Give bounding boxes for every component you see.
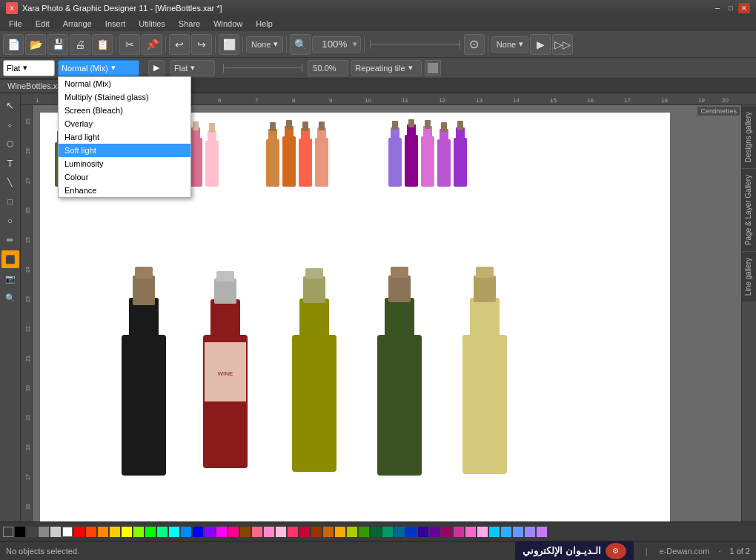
title-bar-controls[interactable]: ─ □ ✕ xyxy=(712,3,750,13)
blend-option-hardlight[interactable]: Hard light xyxy=(59,130,190,144)
snap-button[interactable]: ⊙ xyxy=(464,34,485,55)
zoom-tool[interactable]: 🔍 xyxy=(1,289,19,307)
photo-tool[interactable]: 📷 xyxy=(1,270,19,287)
menu-arrange[interactable]: Arrange xyxy=(57,18,98,30)
color-hot-pink[interactable] xyxy=(465,527,476,537)
color-black[interactable] xyxy=(15,527,25,537)
blend-option-screen[interactable]: Screen (Bleach) xyxy=(59,104,190,117)
color-pink[interactable] xyxy=(228,527,239,537)
undo-button[interactable]: ↩ xyxy=(169,34,190,55)
blend-option-enhance[interactable]: Enhance xyxy=(59,184,190,197)
color-medium-purple[interactable] xyxy=(525,527,535,537)
blend-mode-dropdown[interactable]: Normal (Mix) ▾ xyxy=(58,60,139,76)
color-red[interactable] xyxy=(74,527,84,537)
copy-button[interactable]: 📋 xyxy=(92,34,113,55)
blend-option-luminosity[interactable]: Luminosity xyxy=(59,157,190,170)
color-gray[interactable] xyxy=(39,527,49,537)
color-green[interactable] xyxy=(145,527,156,537)
color-rose[interactable] xyxy=(288,527,298,537)
color-crimson[interactable] xyxy=(299,527,310,537)
fill-preview[interactable] xyxy=(425,60,441,76)
cut-button[interactable]: ✂ xyxy=(119,34,140,55)
color-white[interactable] xyxy=(62,527,73,537)
color-amber[interactable] xyxy=(335,527,345,537)
color-emerald[interactable] xyxy=(382,527,393,537)
redo-button[interactable]: ↪ xyxy=(191,34,212,55)
color-royal-blue[interactable] xyxy=(406,527,417,537)
color-lime[interactable] xyxy=(347,527,357,537)
page-layer-gallery-tab[interactable]: Page & Layer Gallery xyxy=(742,168,756,251)
play-button[interactable]: ▶ xyxy=(530,34,551,55)
menu-edit[interactable]: Edit xyxy=(30,18,56,30)
pen-tool[interactable]: ✏ xyxy=(1,231,19,249)
color-light-gray[interactable] xyxy=(50,527,61,537)
zoom-fit-button[interactable]: 🔍 xyxy=(290,34,311,55)
menu-share[interactable]: Share xyxy=(173,18,206,30)
color-brown[interactable] xyxy=(240,527,251,537)
color-burnt-orange[interactable] xyxy=(323,527,334,537)
color-magenta-dark[interactable] xyxy=(442,527,452,537)
color-pale-pink[interactable] xyxy=(276,527,286,537)
color-forest-green[interactable] xyxy=(371,527,381,537)
menu-insert[interactable]: Insert xyxy=(99,18,132,30)
selector-tool[interactable]: ↖ xyxy=(1,96,19,114)
color-light-blue[interactable] xyxy=(489,527,500,537)
maximize-button[interactable]: □ xyxy=(725,3,737,13)
save-button[interactable]: 💾 xyxy=(47,34,68,55)
color-salmon[interactable] xyxy=(252,527,262,537)
color-orange[interactable] xyxy=(98,527,108,537)
blend-option-overlay[interactable]: Overlay xyxy=(59,117,190,130)
menu-help[interactable]: Help xyxy=(250,18,279,30)
color-magenta[interactable] xyxy=(216,527,227,537)
ellipse-tool[interactable]: ○ xyxy=(1,212,19,230)
color-sky-blue[interactable] xyxy=(181,527,191,537)
new-button[interactable]: 📄 xyxy=(3,34,24,55)
line-gallery-tab[interactable]: Line gallery xyxy=(742,251,756,301)
color-purple[interactable] xyxy=(430,527,440,537)
color-indigo[interactable] xyxy=(418,527,428,537)
color-orchid[interactable] xyxy=(454,527,464,537)
color-teal-green[interactable] xyxy=(157,527,168,537)
no-color-swatch[interactable] xyxy=(3,527,13,537)
blend-option-softlight[interactable]: Soft light xyxy=(59,144,190,157)
color-yellow-orange[interactable] xyxy=(110,527,120,537)
open-button[interactable]: 📂 xyxy=(25,34,46,55)
fill-tool[interactable]: ⬛ xyxy=(1,250,19,268)
color-dark-brown[interactable] xyxy=(311,527,322,537)
repeating-tile-dropdown[interactable]: Repeating tile ▾ xyxy=(351,60,422,76)
blend-option-normal[interactable]: Normal (Mix) xyxy=(59,77,190,90)
color-heliotrope[interactable] xyxy=(537,527,547,537)
minimize-button[interactable]: ─ xyxy=(712,3,723,13)
node-tool[interactable]: ⬦ xyxy=(1,116,19,133)
transform-button[interactable]: ⬜ xyxy=(219,34,239,55)
color-light-pink[interactable] xyxy=(264,527,274,537)
print-button[interactable]: 🖨 xyxy=(70,34,90,55)
arrow-button[interactable]: ▶ xyxy=(148,60,165,76)
menu-window[interactable]: Window xyxy=(208,18,248,30)
color-red-orange[interactable] xyxy=(86,527,96,537)
shape-dropdown[interactable]: Flat ▾ xyxy=(3,60,55,76)
fill-dropdown[interactable]: Flat ▾ xyxy=(170,60,215,76)
designs-gallery-tab[interactable]: Designs gallery xyxy=(742,105,756,168)
blend-menu[interactable]: Normal (Mix) Multiply (Stained glass) Sc… xyxy=(58,76,191,198)
straight-line-tool[interactable]: ╲ xyxy=(1,173,19,191)
color-dark-green[interactable] xyxy=(359,527,369,537)
color-yellow-green[interactable] xyxy=(133,527,144,537)
color-cyan[interactable] xyxy=(169,527,179,537)
none-dropdown-left[interactable]: None ▾ xyxy=(246,36,283,53)
color-dark-gray[interactable] xyxy=(27,527,37,537)
color-yellow[interactable] xyxy=(122,527,132,537)
color-dodger-blue[interactable] xyxy=(501,527,511,537)
menu-utilities[interactable]: Utilities xyxy=(133,18,170,30)
color-steel-blue[interactable] xyxy=(394,527,405,537)
blend-option-multiply[interactable]: Multiply (Stained glass) xyxy=(59,90,190,104)
forward-button[interactable]: ▷▷ xyxy=(552,34,573,55)
contour-tool[interactable]: ⬡ xyxy=(1,135,19,153)
text-tool[interactable]: T xyxy=(1,154,19,172)
close-button[interactable]: ✕ xyxy=(738,3,750,13)
blend-option-colour[interactable]: Colour xyxy=(59,170,190,184)
menu-file[interactable]: File xyxy=(3,18,28,30)
none-dropdown-right[interactable]: None ▾ xyxy=(491,36,528,53)
color-cornflower[interactable] xyxy=(513,527,523,537)
color-violet[interactable] xyxy=(205,527,215,537)
